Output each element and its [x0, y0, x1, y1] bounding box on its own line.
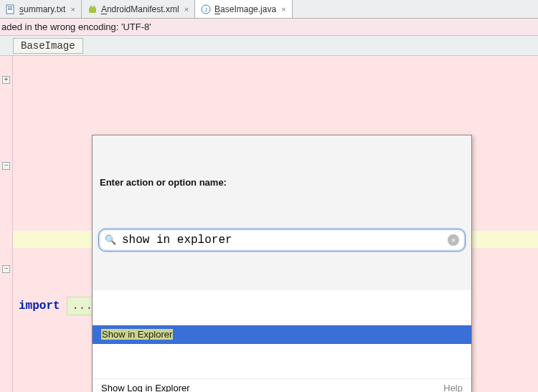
- result-item[interactable]: Show Log in Explorer Help: [93, 378, 471, 392]
- close-icon[interactable]: ×: [70, 5, 75, 14]
- fold-toggle-icon[interactable]: +: [2, 76, 10, 84]
- svg-rect-1: [8, 6, 12, 7]
- fold-toggle-icon[interactable]: −: [2, 162, 10, 170]
- popup-title: Enter action or option name:: [93, 170, 471, 194]
- tab-label: BaseImage.java: [214, 4, 276, 14]
- tab-summary[interactable]: summary.txt ×: [0, 0, 82, 18]
- results-list: Show in Explorer Show Log in Explorer He…: [93, 290, 471, 392]
- search-input[interactable]: [121, 233, 448, 247]
- android-file-icon: [88, 4, 98, 14]
- close-icon[interactable]: ×: [281, 5, 285, 14]
- svg-rect-2: [8, 8, 12, 9]
- svg-point-5: [90, 5, 92, 6]
- code-editor[interactable]: + − − import ... /** * ◆◆◆◆◆◆◆◆◆◆◆◆ *2 ◆…: [0, 56, 538, 392]
- text-file-icon: [6, 4, 16, 14]
- java-file-icon: J: [201, 4, 211, 14]
- encoding-warning-bar: aded in the wrong encoding: 'UTF-8': [0, 19, 538, 36]
- warning-text: aded in the wrong encoding: 'UTF-8': [1, 21, 151, 32]
- tab-androidmanifest[interactable]: AndroidManifest.xml ×: [82, 0, 195, 18]
- svg-point-6: [93, 5, 95, 6]
- tab-label: summary.txt: [19, 4, 65, 14]
- search-icon: 🔍: [105, 231, 116, 249]
- svg-rect-3: [8, 9, 12, 10]
- result-item[interactable]: Show in Explorer: [93, 325, 471, 344]
- breadcrumb[interactable]: BaseImage: [13, 38, 83, 54]
- clear-icon[interactable]: ×: [448, 234, 459, 246]
- breadcrumb-bar: BaseImage: [0, 36, 538, 56]
- find-action-popup: Enter action or option name: 🔍 × Show in…: [92, 135, 472, 392]
- svg-rect-4: [89, 7, 96, 13]
- close-icon[interactable]: ×: [184, 5, 189, 14]
- tab-label: AndroidManifest.xml: [101, 4, 179, 14]
- tab-bar: summary.txt × AndroidManifest.xml × J Ba…: [0, 0, 538, 19]
- search-field-wrapper: 🔍 ×: [98, 229, 466, 252]
- tab-baseimage[interactable]: J BaseImage.java ×: [195, 0, 293, 18]
- svg-text:J: J: [204, 6, 207, 13]
